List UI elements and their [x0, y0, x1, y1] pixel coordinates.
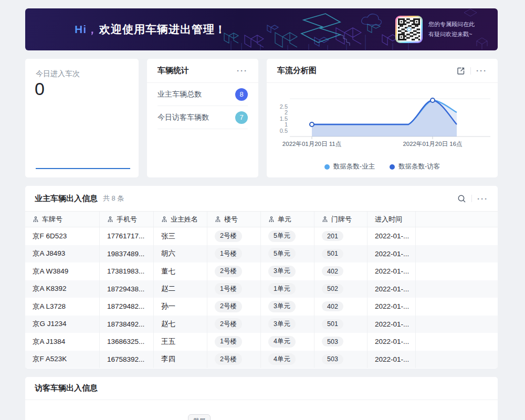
more-dots-icon[interactable]: ···: [237, 67, 248, 75]
today-entries-value: 0: [35, 79, 45, 99]
table-cell: 13686325...: [100, 333, 154, 351]
table-cell: 2号楼: [207, 227, 261, 245]
stat-label: 今日访客车辆数: [158, 113, 209, 122]
owner-table-title: 业主车辆出入信息: [35, 194, 98, 204]
export-icon[interactable]: [457, 67, 465, 75]
table-cell: 京G J1234: [25, 316, 100, 333]
table-cell: 5单元: [261, 245, 314, 263]
qr-caption: 您的专属顾问在此 有疑问欢迎来戳~: [428, 19, 475, 39]
search-icon[interactable]: [457, 194, 466, 203]
column-header[interactable]: 门牌号: [314, 212, 368, 227]
banner-greeting-hi: Hi，: [75, 22, 98, 37]
column-header[interactable]: 楼号: [207, 212, 261, 227]
svg-text:1.5: 1.5: [280, 116, 288, 122]
visitor-table-title: 访客车辆出入信息: [35, 383, 98, 393]
tag-pill: 1单元: [268, 283, 296, 295]
field-type-icon: [268, 216, 275, 223]
table-cell-empty: [416, 280, 498, 298]
tag-pill: 2号楼: [215, 266, 242, 277]
table-cell: 京F A523K: [25, 351, 100, 369]
tag-pill: 2号楼: [215, 353, 242, 365]
stat-row[interactable]: 今日访客车辆数7: [158, 106, 248, 129]
column-header-label: 单元: [278, 215, 291, 224]
table-cell: 2号楼: [207, 262, 261, 280]
table-cell: 2022-01-...: [368, 227, 416, 245]
column-header-empty: [416, 212, 498, 227]
table-cell: 2022-01-...: [368, 298, 416, 316]
legend-dot: [324, 164, 330, 170]
traffic-chart-title: 车流分析图: [277, 66, 317, 76]
column-header[interactable]: 业主姓名: [154, 212, 207, 227]
column-header-label: 门牌号: [331, 215, 352, 224]
column-header-label: 车牌号: [42, 215, 62, 224]
table-cell: 京A W3849: [25, 262, 100, 280]
divider: [471, 195, 472, 202]
table-row[interactable]: 京G J123418738492...赵七2号楼3单元5012022-01-..…: [25, 316, 498, 333]
table-cell: 16758392...: [100, 351, 154, 369]
stat-row[interactable]: 业主车辆总数8: [158, 83, 248, 106]
table-cell: 402: [314, 298, 368, 316]
legend-item[interactable]: 数据条数-业主: [324, 162, 375, 171]
table-cell: 张三: [154, 227, 207, 245]
field-type-icon: [215, 216, 221, 223]
table-row[interactable]: 京A J138413686325...王五1号楼4单元5032022-01-..…: [25, 333, 498, 351]
welcome-banner: Hi， 欢迎使用车辆进出管理！ 您的专属顾问在此 有疑问欢迎来戳~: [25, 8, 498, 50]
traffic-area-chart: 0.511.522.52022年01月20日 11点2022年01月20日 16…: [272, 87, 492, 150]
table-cell: 1号楼: [207, 333, 261, 351]
svg-text:0.5: 0.5: [280, 128, 288, 134]
tag-pill: 5单元: [268, 248, 296, 259]
table-cell: 2022-01-...: [368, 333, 416, 351]
field-type-icon: [33, 216, 39, 223]
owner-table-body: 京F 6D52317761717...张三2号楼5单元2012022-01-..…: [25, 227, 498, 368]
legend-label: 数据条数-业主: [333, 162, 375, 171]
tag-pill: 3单元: [268, 301, 296, 312]
table-row[interactable]: 京F A523K16758392...李四2号楼4单元5032022-01-..…: [25, 351, 498, 369]
table-cell: 503: [314, 333, 368, 351]
table-cell-empty: [416, 245, 498, 263]
svg-text:2022年01月20日 16点: 2022年01月20日 16点: [403, 141, 462, 147]
table-row[interactable]: 京A K839218729438...赵二1号楼1单元5022022-01-..…: [25, 280, 498, 298]
owner-table-header: 车牌号手机号业主姓名楼号单元门牌号进入时间: [25, 211, 498, 227]
table-row[interactable]: 京A J849319837489...胡六1号楼5单元5012022-01-..…: [25, 245, 498, 263]
table-cell: 2022-01-...: [368, 262, 416, 280]
table-cell: 京F 6D523: [25, 227, 100, 245]
tag-pill: 503: [322, 354, 343, 364]
column-header[interactable]: 进入时间: [368, 212, 416, 227]
qr-code[interactable]: [395, 16, 423, 43]
screenshot-button[interactable]: 截屏: [188, 414, 211, 420]
column-header-label: 楼号: [224, 215, 238, 224]
table-cell-empty: [416, 298, 498, 316]
tag-pill: 5单元: [268, 230, 296, 242]
table-cell: 4单元: [261, 351, 314, 369]
more-dots-icon[interactable]: ···: [476, 67, 487, 75]
more-dots-icon[interactable]: ···: [477, 195, 488, 203]
column-header[interactable]: 单元: [261, 212, 314, 227]
table-cell: 503: [314, 351, 368, 369]
table-cell: 3单元: [261, 262, 314, 280]
banner-greeting: Hi， 欢迎使用车辆进出管理！: [75, 8, 226, 50]
tag-pill: 2号楼: [215, 230, 242, 242]
table-cell: 201: [314, 227, 368, 245]
table-row[interactable]: 京A L372818729482...孙一2号楼3单元4022022-01-..…: [25, 298, 498, 316]
table-cell: 3单元: [261, 316, 314, 333]
tag-pill: 503: [322, 337, 343, 346]
table-cell: 501: [314, 245, 368, 263]
tag-pill: 1号楼: [215, 336, 242, 348]
column-header-label: 业主姓名: [171, 215, 198, 224]
table-row[interactable]: 京A W384917381983...董七2号楼3单元4022022-01-..…: [25, 262, 498, 280]
table-row[interactable]: 京F 6D52317761717...张三2号楼5单元2012022-01-..…: [25, 227, 498, 245]
column-header[interactable]: 车牌号: [25, 212, 100, 227]
tag-pill: 1号楼: [215, 248, 242, 259]
table-cell: 4单元: [261, 333, 314, 351]
chart-legend: 数据条数-业主数据条数-访客: [267, 162, 498, 171]
column-header[interactable]: 手机号: [100, 212, 154, 227]
legend-label: 数据条数-访客: [398, 162, 440, 171]
table-cell-empty: [416, 227, 498, 245]
legend-item[interactable]: 数据条数-访客: [390, 162, 440, 171]
table-cell: 5单元: [261, 227, 314, 245]
table-cell: 赵二: [154, 280, 207, 298]
table-cell: 502: [314, 280, 368, 298]
field-type-icon: [322, 216, 328, 223]
svg-text:2022年01月20日 11点: 2022年01月20日 11点: [282, 141, 341, 147]
field-type-icon: [107, 216, 113, 223]
